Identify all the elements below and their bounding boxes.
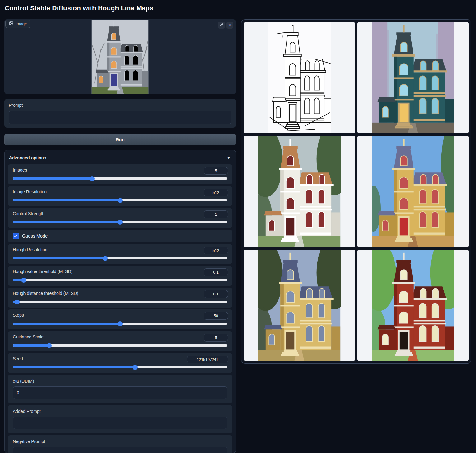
- slider-row-hough-distance-threshold: Hough distance threshold (MLSD)0.1: [8, 288, 232, 308]
- slider-handle-images[interactable]: [90, 176, 95, 181]
- check-icon: [14, 234, 18, 238]
- slider-row-hough-resolution: Hough Resolution512: [8, 244, 232, 264]
- image-type-badge: Image: [5, 20, 30, 28]
- prompt-block: Prompt: [4, 99, 236, 128]
- slider-track-control-strength[interactable]: [13, 221, 227, 223]
- input-image[interactable]: [92, 20, 149, 94]
- close-icon: ✕: [228, 23, 232, 28]
- slider-handle-hough-resolution[interactable]: [103, 256, 108, 261]
- slider-value-input-control-strength[interactable]: 1: [204, 210, 228, 218]
- image-icon: [9, 21, 13, 26]
- slider-track-hough-resolution[interactable]: [13, 257, 227, 259]
- slider-fill-hough-resolution: [13, 257, 105, 259]
- gallery-item-4-yellow-house[interactable]: [357, 136, 469, 247]
- accordion-header[interactable]: Advanced options ▼: [5, 150, 236, 164]
- input-label-eta-ddim: eta (DDIM): [13, 379, 227, 384]
- gallery-image-red-house: [372, 250, 454, 361]
- slider-track-image-resolution[interactable]: [13, 199, 227, 201]
- slider-track-images[interactable]: [13, 177, 227, 180]
- slider-track-hough-distance-threshold[interactable]: [13, 301, 227, 303]
- gallery-item-1-hough-line-map[interactable]: [244, 22, 355, 133]
- slider-handle-hough-distance-threshold[interactable]: [15, 300, 20, 304]
- gallery-image-white-house: [258, 136, 340, 247]
- slider-value-input-steps[interactable]: 50: [204, 312, 228, 320]
- slider-track-hough-value-threshold[interactable]: [13, 279, 227, 281]
- image-badge-label: Image: [16, 21, 27, 26]
- gallery-image-hough-line-map: [268, 22, 331, 133]
- number-input-eta-ddim[interactable]: [13, 386, 227, 399]
- slider-fill-guidance-scale: [13, 344, 49, 347]
- slider-handle-steps[interactable]: [118, 321, 123, 326]
- slider-track-steps[interactable]: [13, 323, 227, 325]
- gallery-item-6-red-house[interactable]: [357, 250, 469, 361]
- slider-value-input-hough-resolution[interactable]: 512: [204, 247, 228, 254]
- slider-value-input-image-resolution[interactable]: 512: [204, 189, 228, 196]
- checkbox-label-guess-mode: Guess Mode: [22, 234, 48, 238]
- slider-handle-guidance-scale[interactable]: [47, 343, 52, 348]
- gallery-item-3-white-house[interactable]: [244, 136, 355, 247]
- run-button[interactable]: Run: [4, 134, 236, 145]
- slider-label-hough-resolution: Hough Resolution: [13, 247, 227, 252]
- slider-row-hough-value-threshold: Hough value threshold (MLSD)0.1: [8, 266, 232, 286]
- text-input-negative-prompt[interactable]: [13, 447, 227, 453]
- slider-row-steps: Steps50: [8, 309, 232, 329]
- advanced-rows: Images5Image Resolution512Control Streng…: [5, 164, 236, 453]
- slider-row-guidance-scale: Guidance Scale5: [8, 331, 232, 351]
- slider-label-hough-distance-threshold: Hough distance threshold (MLSD): [13, 291, 227, 296]
- slider-handle-control-strength[interactable]: [118, 220, 123, 225]
- slider-row-image-resolution: Image Resolution512: [8, 186, 232, 206]
- clear-button[interactable]: ✕: [226, 22, 233, 29]
- slider-value-input-hough-value-threshold[interactable]: 0.1: [204, 268, 228, 276]
- pencil-icon: [220, 23, 224, 28]
- slider-handle-hough-value-threshold[interactable]: [21, 278, 26, 283]
- number-row-eta-ddim: eta (DDIM): [8, 375, 232, 403]
- slider-value-input-guidance-scale[interactable]: 5: [204, 334, 228, 342]
- input-label-negative-prompt: Negative Prompt: [13, 439, 227, 444]
- checkbox-row-guess-mode: Guess Mode: [8, 230, 232, 242]
- slider-row-images: Images5: [8, 164, 232, 184]
- slider-row-seed: Seed1215107241: [8, 353, 232, 373]
- slider-label-images: Images: [13, 168, 227, 172]
- gallery-item-2-teal-house[interactable]: [357, 22, 469, 133]
- gallery-image-gold-house: [258, 250, 340, 361]
- slider-label-hough-value-threshold: Hough value threshold (MLSD): [13, 269, 227, 274]
- slider-handle-image-resolution[interactable]: [118, 198, 123, 203]
- text-row-added-prompt: Added Prompt: [8, 405, 232, 433]
- checkbox-guess-mode[interactable]: [13, 233, 19, 239]
- slider-handle-seed[interactable]: [133, 365, 138, 370]
- slider-label-image-resolution: Image Resolution: [13, 189, 227, 194]
- slider-fill-steps: [13, 323, 120, 325]
- text-row-negative-prompt: Negative Prompt: [8, 435, 232, 453]
- gallery-image-teal-house: [372, 22, 454, 133]
- output-gallery: [241, 19, 471, 364]
- page-title: Control Stable Diffusion with Hough Line…: [5, 4, 153, 12]
- slider-fill-control-strength: [13, 221, 120, 223]
- advanced-options-accordion: Advanced options ▼ Images5Image Resoluti…: [4, 150, 236, 453]
- gallery-item-5-gold-house[interactable]: [244, 250, 355, 361]
- slider-value-input-seed[interactable]: 1215107241: [187, 356, 228, 363]
- slider-track-seed[interactable]: [13, 366, 227, 368]
- slider-label-steps: Steps: [13, 313, 227, 318]
- input-image-panel[interactable]: Image ✕: [4, 19, 236, 94]
- slider-value-input-hough-distance-threshold[interactable]: 0.1: [204, 290, 228, 298]
- slider-fill-seed: [13, 366, 135, 368]
- gallery-image-yellow-house: [372, 136, 454, 247]
- accordion-title: Advanced options: [9, 155, 46, 160]
- slider-track-guidance-scale[interactable]: [13, 344, 227, 347]
- slider-row-control-strength: Control Strength1: [8, 208, 232, 228]
- slider-value-input-images[interactable]: 5: [204, 167, 228, 175]
- edit-button[interactable]: [218, 22, 225, 29]
- slider-label-guidance-scale: Guidance Scale: [13, 334, 227, 339]
- prompt-input[interactable]: [9, 111, 231, 124]
- slider-fill-images: [13, 177, 92, 180]
- chevron-down-icon: ▼: [227, 156, 231, 160]
- slider-label-control-strength: Control Strength: [13, 211, 227, 216]
- text-input-added-prompt[interactable]: [13, 417, 227, 429]
- slider-fill-image-resolution: [13, 199, 120, 201]
- input-label-added-prompt: Added Prompt: [13, 409, 227, 414]
- prompt-label: Prompt: [9, 103, 231, 108]
